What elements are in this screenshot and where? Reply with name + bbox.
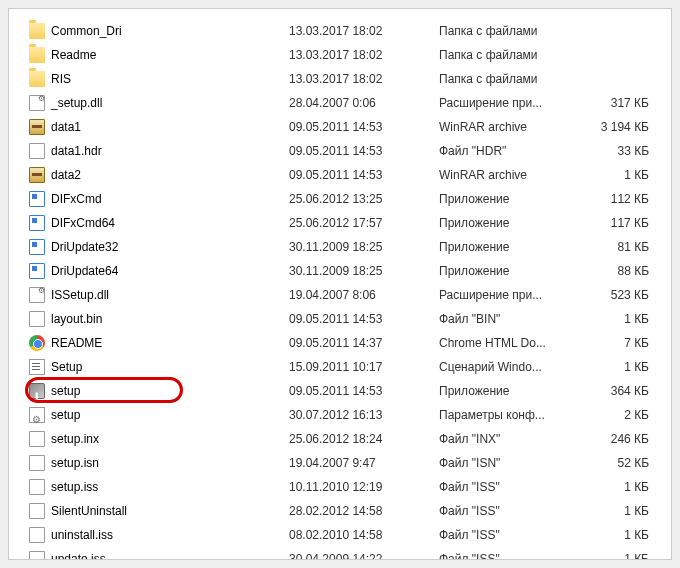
file-row[interactable]: RIS13.03.2017 18:02Папка с файлами — [29, 67, 651, 91]
file-row[interactable]: Readme13.03.2017 18:02Папка с файлами — [29, 43, 651, 67]
file-type: Расширение при... — [439, 91, 579, 115]
file-row[interactable]: data109.05.2011 14:53WinRAR archive3 194… — [29, 115, 651, 139]
file-row[interactable]: DriUpdate6430.11.2009 18:25Приложение88 … — [29, 259, 651, 283]
file-type: Папка с файлами — [439, 43, 579, 67]
dll-icon — [29, 287, 45, 303]
folder-icon — [29, 71, 45, 87]
file-name-cell[interactable]: setup.isn — [29, 451, 289, 475]
file-name-cell[interactable]: DIFxCmd — [29, 187, 289, 211]
file-date: 15.09.2011 10:17 — [289, 355, 439, 379]
file-size: 1 КБ — [579, 355, 649, 379]
file-name-cell[interactable]: _setup.dll — [29, 91, 289, 115]
file-row[interactable]: setup.iss10.11.2010 12:19Файл "ISS"1 КБ — [29, 475, 651, 499]
file-name-cell[interactable]: DriUpdate32 — [29, 235, 289, 259]
file-date: 30.04.2009 14:22 — [289, 547, 439, 560]
highlight-oval — [25, 377, 183, 403]
file-row[interactable]: README09.05.2011 14:37Chrome HTML Do...7… — [29, 331, 651, 355]
file-name-cell[interactable]: DriUpdate64 — [29, 259, 289, 283]
file-name: _setup.dll — [51, 91, 102, 115]
file-name: setup — [51, 403, 80, 427]
file-date: 28.04.2007 0:06 — [289, 91, 439, 115]
file-row[interactable]: layout.bin09.05.2011 14:53Файл "BIN"1 КБ — [29, 307, 651, 331]
file-name: DIFxCmd64 — [51, 211, 115, 235]
iss-icon — [29, 479, 45, 495]
iss-icon — [29, 503, 45, 519]
file-name-cell[interactable]: SilentUninstall — [29, 499, 289, 523]
folder-icon — [29, 23, 45, 39]
file-type: Chrome HTML Do... — [439, 331, 579, 355]
file-row[interactable]: DIFxCmd6425.06.2012 17:57Приложение117 К… — [29, 211, 651, 235]
file-name-cell[interactable]: update.iss — [29, 547, 289, 560]
file-row[interactable]: setup30.07.2012 16:13Параметры конф...2 … — [29, 403, 651, 427]
file-row[interactable]: setup09.05.2011 14:53Приложение364 КБ — [29, 379, 651, 403]
file-row[interactable]: data209.05.2011 14:53WinRAR archive1 КБ — [29, 163, 651, 187]
file-name: Readme — [51, 43, 96, 67]
bin-icon — [29, 311, 45, 327]
setup-icon — [29, 383, 45, 399]
file-name-cell[interactable]: setup.iss — [29, 475, 289, 499]
hdr-icon — [29, 143, 45, 159]
file-size: 33 КБ — [579, 139, 649, 163]
file-name-cell[interactable]: Setup — [29, 355, 289, 379]
file-date: 13.03.2017 18:02 — [289, 19, 439, 43]
file-size: 1 КБ — [579, 475, 649, 499]
file-name: data2 — [51, 163, 81, 187]
file-name: SilentUninstall — [51, 499, 127, 523]
file-name-cell[interactable]: setup — [29, 403, 289, 427]
folder-icon — [29, 47, 45, 63]
file-row[interactable]: ISSetup.dll19.04.2007 8:06Расширение при… — [29, 283, 651, 307]
file-row[interactable]: _setup.dll28.04.2007 0:06Расширение при.… — [29, 91, 651, 115]
file-row[interactable]: uninstall.iss08.02.2010 14:58Файл "ISS"1… — [29, 523, 651, 547]
file-name-cell[interactable]: DIFxCmd64 — [29, 211, 289, 235]
file-name-cell[interactable]: setup — [29, 379, 289, 403]
file-row[interactable]: update.iss30.04.2009 14:22Файл "ISS"1 КБ — [29, 547, 651, 560]
file-size: 1 КБ — [579, 523, 649, 547]
file-date: 13.03.2017 18:02 — [289, 43, 439, 67]
file-name-cell[interactable]: README — [29, 331, 289, 355]
file-name: DriUpdate32 — [51, 235, 118, 259]
file-date: 25.06.2012 17:57 — [289, 211, 439, 235]
file-name-cell[interactable]: Readme — [29, 43, 289, 67]
file-row[interactable]: DIFxCmd25.06.2012 13:25Приложение112 КБ — [29, 187, 651, 211]
file-name-cell[interactable]: data2 — [29, 163, 289, 187]
file-type: Сценарий Windo... — [439, 355, 579, 379]
file-row[interactable]: Common_Dri13.03.2017 18:02Папка с файлам… — [29, 19, 651, 43]
file-name-cell[interactable]: setup.inx — [29, 427, 289, 451]
file-type: Папка с файлами — [439, 19, 579, 43]
file-size: 7 КБ — [579, 331, 649, 355]
chrome-icon — [29, 335, 45, 351]
file-row[interactable]: Setup15.09.2011 10:17Сценарий Windo...1 … — [29, 355, 651, 379]
iss-icon — [29, 551, 45, 560]
file-name-cell[interactable]: layout.bin — [29, 307, 289, 331]
file-name-cell[interactable]: ISSetup.dll — [29, 283, 289, 307]
file-size: 112 КБ — [579, 187, 649, 211]
file-type: Приложение — [439, 235, 579, 259]
file-date: 30.11.2009 18:25 — [289, 235, 439, 259]
file-type: WinRAR archive — [439, 163, 579, 187]
file-name-cell[interactable]: data1 — [29, 115, 289, 139]
file-row[interactable]: setup.inx25.06.2012 18:24Файл "INX"246 К… — [29, 427, 651, 451]
iss-icon — [29, 527, 45, 543]
file-name-cell[interactable]: data1.hdr — [29, 139, 289, 163]
exe-icon — [29, 191, 45, 207]
cfg-icon — [29, 407, 45, 423]
file-type: Приложение — [439, 187, 579, 211]
file-date: 09.05.2011 14:53 — [289, 307, 439, 331]
file-name-cell[interactable]: Common_Dri — [29, 19, 289, 43]
file-date: 09.05.2011 14:53 — [289, 139, 439, 163]
dll-icon — [29, 95, 45, 111]
file-type: Файл "ISS" — [439, 523, 579, 547]
file-row[interactable]: setup.isn19.04.2007 9:47Файл "ISN"52 КБ — [29, 451, 651, 475]
file-row[interactable]: data1.hdr09.05.2011 14:53Файл "HDR"33 КБ — [29, 139, 651, 163]
file-date: 19.04.2007 8:06 — [289, 283, 439, 307]
file-name-cell[interactable]: uninstall.iss — [29, 523, 289, 547]
explorer-window: Common_Dri13.03.2017 18:02Папка с файлам… — [8, 8, 672, 560]
file-size: 1 КБ — [579, 499, 649, 523]
file-row[interactable]: DriUpdate3230.11.2009 18:25Приложение81 … — [29, 235, 651, 259]
file-date: 25.06.2012 13:25 — [289, 187, 439, 211]
file-name: README — [51, 331, 102, 355]
file-date: 08.02.2010 14:58 — [289, 523, 439, 547]
file-row[interactable]: SilentUninstall28.02.2012 14:58Файл "ISS… — [29, 499, 651, 523]
file-name-cell[interactable]: RIS — [29, 67, 289, 91]
rar-icon — [29, 167, 45, 183]
